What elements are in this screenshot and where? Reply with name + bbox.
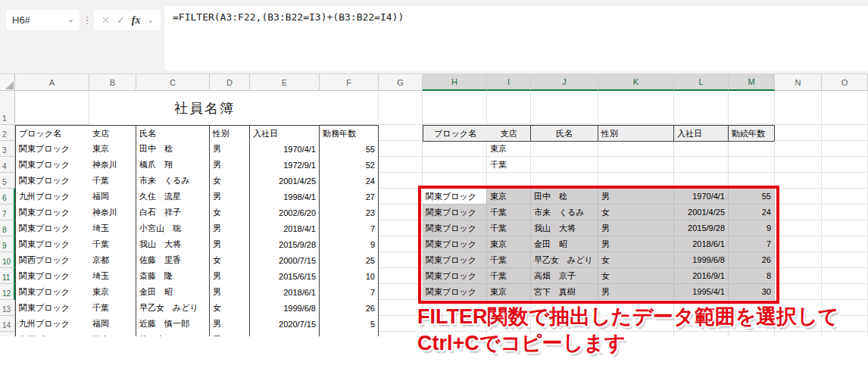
formula-input[interactable]: =FILTER(A3:F22,(B3:B22=I3)+(B3:B22=I4)) (164, 6, 868, 70)
name-box-dropdown-icon[interactable]: ⌄ (67, 14, 74, 24)
cell[interactable]: 1970/4/1 (250, 141, 320, 158)
cell[interactable]: 佐々木 健 (136, 332, 210, 336)
grid-cell[interactable] (379, 125, 423, 141)
criteria-cell[interactable]: 千葉 (487, 157, 531, 173)
cell[interactable]: 女 (210, 300, 250, 317)
cell[interactable]: 7 (320, 220, 379, 237)
cell[interactable]: 男 (210, 284, 250, 301)
cell[interactable]: 男 (210, 157, 250, 173)
cell[interactable]: 関西ブロック (15, 252, 90, 269)
grid-cell[interactable] (487, 91, 531, 125)
right-table-header-cell[interactable]: 勤続年数 (729, 125, 775, 142)
grid-cell[interactable] (379, 205, 423, 220)
left-table-header-cell[interactable]: 支店 (89, 125, 136, 142)
cell[interactable]: 男 (210, 316, 250, 333)
fx-dropdown-icon[interactable]: ⌄ (147, 16, 153, 24)
right-table-header-cell[interactable]: 氏名 (531, 125, 598, 142)
cell[interactable]: 男 (210, 332, 250, 336)
grid-cell[interactable] (822, 252, 868, 268)
row-header-5[interactable]: 5 (0, 173, 15, 189)
more-options-icon[interactable]: ⋮ (83, 10, 91, 30)
grid-cell[interactable] (775, 220, 822, 236)
row-header-7[interactable]: 7 (0, 205, 15, 220)
cell[interactable]: 関東ブロック (15, 141, 90, 158)
cell[interactable]: 関東ブロック (15, 205, 90, 221)
cell[interactable]: 男 (210, 141, 250, 158)
cell[interactable]: 近藤 慎一郎 (136, 316, 210, 333)
cell[interactable]: 5 (320, 316, 379, 333)
cell[interactable]: 26 (320, 300, 379, 317)
cell[interactable]: 久住 流星 (136, 189, 210, 205)
grid-cell[interactable] (379, 141, 423, 157)
column-header-I[interactable]: I (487, 74, 531, 91)
right-table-header-cell[interactable]: 支店 (487, 125, 531, 142)
column-header-N[interactable]: N (775, 74, 822, 91)
grid-cell[interactable] (379, 332, 423, 336)
grid-cell[interactable] (598, 91, 674, 125)
cell[interactable]: 早乙女 みどり (136, 300, 210, 317)
cell[interactable]: 2018/6/1 (250, 284, 320, 301)
cell[interactable]: 関東ブロック (15, 284, 90, 301)
grid-cell[interactable] (379, 236, 423, 252)
row-header-1[interactable]: 1 (0, 91, 15, 125)
grid-cell[interactable] (822, 284, 868, 300)
column-header-F[interactable]: F (320, 74, 379, 91)
cell[interactable]: 2015/6/15 (250, 268, 320, 285)
cell[interactable]: 福岡 (89, 316, 136, 333)
grid-cell[interactable] (674, 157, 729, 173)
cell[interactable]: 白石 祥子 (136, 205, 210, 221)
cell[interactable]: 斎藤 隆 (136, 268, 210, 285)
cell[interactable]: 橋爪 翔 (136, 157, 210, 173)
cell[interactable]: 東京 (89, 284, 136, 301)
grid-cell[interactable] (775, 91, 822, 125)
cell[interactable]: 9 (320, 236, 379, 253)
left-table-header-cell[interactable]: 入社日 (250, 125, 320, 142)
grid-cell[interactable] (531, 91, 598, 125)
cell[interactable]: 男 (210, 189, 250, 205)
cell[interactable]: 男 (210, 268, 250, 285)
grid-cell[interactable] (379, 173, 423, 189)
insert-function-icon[interactable]: fx (132, 14, 141, 27)
grid-cell[interactable] (379, 252, 423, 268)
row-header-6[interactable]: 6 (0, 189, 15, 205)
cell[interactable]: 1972/9/1 (250, 157, 320, 173)
cell[interactable]: 2002/6/20 (250, 205, 320, 221)
grid-cell[interactable] (320, 91, 379, 125)
row-header-14[interactable]: 14 (0, 316, 15, 332)
left-table-header-cell[interactable]: 氏名 (136, 125, 210, 142)
column-header-H[interactable]: H (423, 74, 487, 91)
cell[interactable]: 男 (210, 220, 250, 237)
cell[interactable]: 関東ブロック (15, 236, 90, 253)
cell[interactable]: 2000/7/15 (250, 252, 320, 269)
grid-cell[interactable] (822, 220, 868, 236)
grid-cell[interactable] (822, 268, 868, 284)
row-header-13[interactable]: 13 (0, 300, 15, 316)
cell[interactable]: 男 (210, 236, 250, 253)
grid-cell[interactable] (15, 91, 89, 125)
cell[interactable]: 25 (320, 252, 379, 269)
grid-cell[interactable] (598, 157, 674, 173)
cell[interactable]: 10 (320, 268, 379, 285)
grid-cell[interactable] (729, 91, 775, 125)
grid-cell[interactable] (531, 141, 598, 157)
cell[interactable]: 埼玉 (89, 220, 136, 237)
grid-cell[interactable] (531, 157, 598, 173)
cell[interactable]: 九州ブロック (15, 332, 90, 336)
cell[interactable]: 九州ブロック (15, 316, 90, 333)
column-header-E[interactable]: E (250, 74, 320, 91)
cell[interactable]: 関東ブロック (15, 157, 90, 173)
grid-cell[interactable] (598, 141, 674, 157)
grid-cell[interactable] (775, 252, 822, 268)
grid-cell[interactable] (379, 91, 423, 125)
enter-icon[interactable]: ✓ (117, 14, 125, 26)
grid-cell[interactable] (379, 220, 423, 236)
column-header-G[interactable]: G (379, 74, 423, 91)
grid-cell[interactable] (822, 125, 868, 141)
column-header-O[interactable]: O (822, 74, 868, 91)
cell[interactable]: 2015/9/28 (250, 236, 320, 253)
cell[interactable]: 55 (320, 141, 379, 158)
cell[interactable]: 7 (320, 284, 379, 301)
grid-cell[interactable] (423, 141, 487, 157)
row-header-15[interactable]: 15 (0, 332, 15, 336)
cell[interactable]: 千葉 (89, 173, 136, 189)
